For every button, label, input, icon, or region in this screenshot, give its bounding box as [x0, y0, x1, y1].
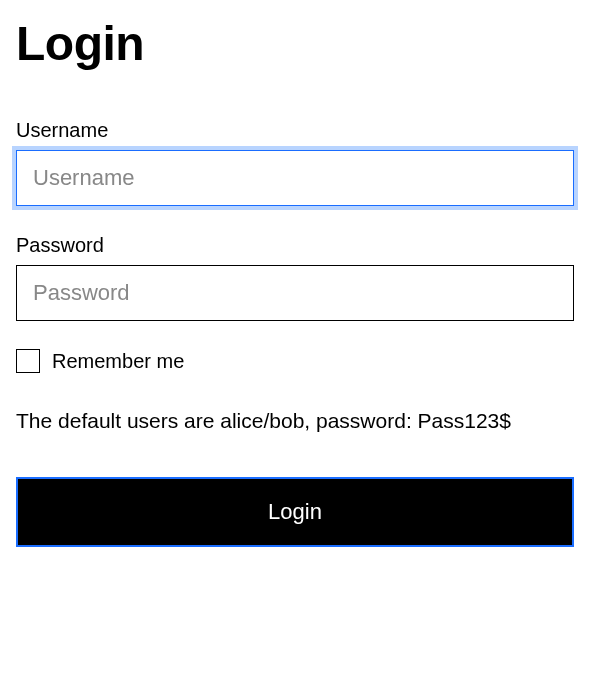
- password-group: Password: [16, 234, 574, 321]
- remember-me-label[interactable]: Remember me: [52, 350, 184, 373]
- login-button[interactable]: Login: [16, 477, 574, 547]
- username-group: Username: [16, 119, 574, 206]
- remember-me-row: Remember me: [16, 349, 574, 373]
- page-title: Login: [16, 16, 574, 71]
- username-input[interactable]: [16, 150, 574, 206]
- helper-text: The default users are alice/bob, passwor…: [16, 405, 574, 437]
- password-label: Password: [16, 234, 574, 257]
- username-label: Username: [16, 119, 574, 142]
- remember-me-checkbox[interactable]: [16, 349, 40, 373]
- password-input[interactable]: [16, 265, 574, 321]
